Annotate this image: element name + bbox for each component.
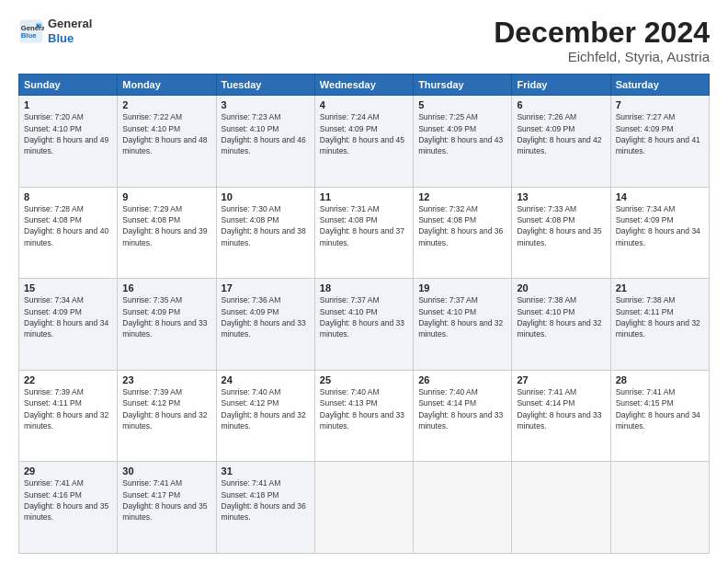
weekday-header-wednesday: Wednesday (314, 75, 413, 96)
day-number: 16 (122, 282, 210, 293)
page: General Blue General Blue December 2024 … (0, 0, 728, 563)
calendar-cell: 18Sunrise: 7:37 AMSunset: 4:10 PMDayligh… (314, 279, 413, 371)
calendar-cell: 1Sunrise: 7:20 AMSunset: 4:10 PMDaylight… (19, 96, 118, 188)
day-info: Sunrise: 7:38 AMSunset: 4:11 PMDaylight:… (616, 294, 704, 339)
day-info: Sunrise: 7:40 AMSunset: 4:12 PMDaylight:… (222, 386, 310, 431)
day-info: Sunrise: 7:40 AMSunset: 4:13 PMDaylight:… (320, 386, 408, 431)
calendar-week-row: 22Sunrise: 7:39 AMSunset: 4:11 PMDayligh… (19, 370, 710, 462)
calendar-cell: 24Sunrise: 7:40 AMSunset: 4:12 PMDayligh… (216, 370, 314, 462)
calendar-cell: 25Sunrise: 7:40 AMSunset: 4:13 PMDayligh… (314, 370, 413, 462)
day-number: 1 (24, 99, 112, 110)
day-number: 23 (122, 374, 210, 385)
svg-text:Blue: Blue (21, 31, 37, 40)
day-number: 27 (517, 374, 605, 385)
day-info: Sunrise: 7:20 AMSunset: 4:10 PMDaylight:… (24, 111, 112, 156)
day-number: 29 (24, 465, 112, 477)
day-info: Sunrise: 7:33 AMSunset: 4:08 PMDaylight:… (517, 203, 605, 248)
calendar-cell: 27Sunrise: 7:41 AMSunset: 4:14 PMDayligh… (512, 370, 610, 462)
day-info: Sunrise: 7:27 AMSunset: 4:09 PMDaylight:… (616, 111, 704, 156)
weekday-header-monday: Monday (118, 75, 216, 96)
calendar-subtitle: Eichfeld, Styria, Austria (494, 49, 710, 64)
day-info: Sunrise: 7:39 AMSunset: 4:12 PMDaylight:… (122, 386, 210, 431)
calendar-cell: 29Sunrise: 7:41 AMSunset: 4:16 PMDayligh… (19, 462, 118, 554)
day-info: Sunrise: 7:30 AMSunset: 4:08 PMDaylight:… (222, 203, 310, 248)
calendar-cell (512, 462, 610, 554)
day-number: 18 (320, 282, 408, 293)
calendar-cell: 3Sunrise: 7:23 AMSunset: 4:10 PMDaylight… (216, 96, 314, 188)
day-number: 22 (24, 374, 112, 385)
day-number: 20 (517, 282, 605, 293)
calendar-cell: 5Sunrise: 7:25 AMSunset: 4:09 PMDaylight… (414, 96, 512, 188)
day-number: 24 (222, 374, 310, 385)
day-number: 7 (616, 99, 704, 110)
weekday-header-saturday: Saturday (610, 75, 709, 96)
day-info: Sunrise: 7:39 AMSunset: 4:11 PMDaylight:… (24, 386, 112, 431)
day-number: 2 (122, 99, 210, 110)
calendar-cell: 28Sunrise: 7:41 AMSunset: 4:15 PMDayligh… (610, 370, 709, 462)
calendar-cell: 30Sunrise: 7:41 AMSunset: 4:17 PMDayligh… (118, 462, 216, 554)
day-number: 9 (122, 191, 210, 202)
day-info: Sunrise: 7:37 AMSunset: 4:10 PMDaylight:… (418, 294, 506, 339)
calendar-cell: 19Sunrise: 7:37 AMSunset: 4:10 PMDayligh… (414, 279, 512, 371)
day-info: Sunrise: 7:36 AMSunset: 4:09 PMDaylight:… (222, 294, 310, 339)
day-info: Sunrise: 7:29 AMSunset: 4:08 PMDaylight:… (122, 203, 210, 248)
day-number: 10 (222, 191, 310, 202)
day-number: 31 (222, 465, 310, 477)
day-info: Sunrise: 7:26 AMSunset: 4:09 PMDaylight:… (517, 111, 605, 156)
weekday-header-sunday: Sunday (19, 75, 118, 96)
day-info: Sunrise: 7:41 AMSunset: 4:18 PMDaylight:… (222, 477, 310, 523)
calendar-cell: 22Sunrise: 7:39 AMSunset: 4:11 PMDayligh… (19, 370, 118, 462)
calendar-cell: 23Sunrise: 7:39 AMSunset: 4:12 PMDayligh… (118, 370, 216, 462)
logo-text-general: General (48, 17, 92, 31)
weekday-header-row: SundayMondayTuesdayWednesdayThursdayFrid… (19, 75, 710, 96)
calendar-cell: 6Sunrise: 7:26 AMSunset: 4:09 PMDaylight… (512, 96, 610, 188)
calendar-cell: 10Sunrise: 7:30 AMSunset: 4:08 PMDayligh… (216, 187, 314, 279)
calendar-cell: 4Sunrise: 7:24 AMSunset: 4:09 PMDaylight… (314, 96, 413, 188)
day-info: Sunrise: 7:34 AMSunset: 4:09 PMDaylight:… (24, 294, 112, 339)
day-info: Sunrise: 7:25 AMSunset: 4:09 PMDaylight:… (418, 111, 506, 156)
calendar-week-row: 29Sunrise: 7:41 AMSunset: 4:16 PMDayligh… (19, 462, 710, 554)
day-info: Sunrise: 7:37 AMSunset: 4:10 PMDaylight:… (320, 294, 408, 339)
day-number: 19 (418, 282, 506, 293)
day-number: 21 (616, 282, 704, 293)
day-number: 6 (517, 99, 605, 110)
day-info: Sunrise: 7:41 AMSunset: 4:15 PMDaylight:… (616, 386, 704, 431)
calendar-cell: 21Sunrise: 7:38 AMSunset: 4:11 PMDayligh… (610, 279, 709, 371)
calendar-cell: 2Sunrise: 7:22 AMSunset: 4:10 PMDaylight… (118, 96, 216, 188)
calendar-title: December 2024 (494, 17, 710, 49)
calendar-cell: 13Sunrise: 7:33 AMSunset: 4:08 PMDayligh… (512, 187, 610, 279)
calendar-cell (610, 462, 709, 554)
calendar-cell: 15Sunrise: 7:34 AMSunset: 4:09 PMDayligh… (19, 279, 118, 371)
logo: General Blue General Blue (18, 17, 92, 45)
calendar-cell: 26Sunrise: 7:40 AMSunset: 4:14 PMDayligh… (414, 370, 512, 462)
day-info: Sunrise: 7:32 AMSunset: 4:08 PMDaylight:… (418, 203, 506, 248)
day-info: Sunrise: 7:22 AMSunset: 4:10 PMDaylight:… (122, 111, 210, 156)
day-number: 25 (320, 374, 408, 385)
logo-icon: General Blue (18, 18, 44, 44)
calendar-cell (314, 462, 413, 554)
calendar-body: 1Sunrise: 7:20 AMSunset: 4:10 PMDaylight… (19, 96, 710, 554)
day-number: 15 (24, 282, 112, 293)
day-info: Sunrise: 7:35 AMSunset: 4:09 PMDaylight:… (122, 294, 210, 339)
day-info: Sunrise: 7:23 AMSunset: 4:10 PMDaylight:… (222, 111, 310, 156)
weekday-header-friday: Friday (512, 75, 610, 96)
day-number: 4 (320, 99, 408, 110)
day-info: Sunrise: 7:41 AMSunset: 4:16 PMDaylight:… (24, 477, 112, 523)
calendar-week-row: 15Sunrise: 7:34 AMSunset: 4:09 PMDayligh… (19, 279, 710, 371)
calendar-table: SundayMondayTuesdayWednesdayThursdayFrid… (18, 74, 710, 554)
day-info: Sunrise: 7:40 AMSunset: 4:14 PMDaylight:… (418, 386, 506, 431)
calendar-cell: 7Sunrise: 7:27 AMSunset: 4:09 PMDaylight… (610, 96, 709, 188)
day-info: Sunrise: 7:41 AMSunset: 4:17 PMDaylight:… (122, 477, 210, 523)
day-info: Sunrise: 7:28 AMSunset: 4:08 PMDaylight:… (24, 203, 112, 248)
day-number: 30 (122, 465, 210, 477)
calendar-cell: 17Sunrise: 7:36 AMSunset: 4:09 PMDayligh… (216, 279, 314, 371)
day-number: 8 (24, 191, 112, 202)
day-number: 5 (418, 99, 506, 110)
calendar-cell: 20Sunrise: 7:38 AMSunset: 4:10 PMDayligh… (512, 279, 610, 371)
calendar-cell: 31Sunrise: 7:41 AMSunset: 4:18 PMDayligh… (216, 462, 314, 554)
day-number: 12 (418, 191, 506, 202)
day-number: 11 (320, 191, 408, 202)
day-number: 3 (222, 99, 310, 110)
weekday-header-tuesday: Tuesday (216, 75, 314, 96)
calendar-cell (414, 462, 512, 554)
